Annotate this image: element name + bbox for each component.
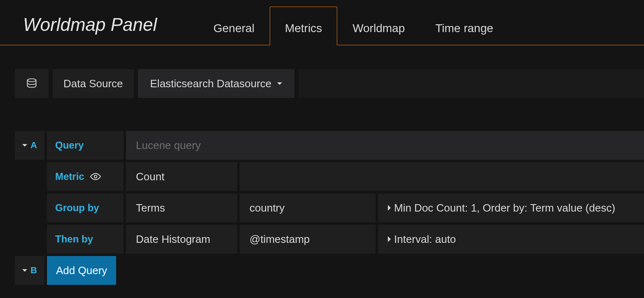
caret-down-icon xyxy=(22,144,27,147)
query-a-letter: A xyxy=(30,140,37,151)
datasource-select[interactable]: Elasticsearch Datasource xyxy=(138,69,295,98)
groupby-type[interactable]: Terms xyxy=(126,193,237,222)
caret-right-icon xyxy=(388,205,391,211)
tab-general[interactable]: General xyxy=(198,7,270,45)
caret-right-icon xyxy=(388,236,391,242)
editor-header: Worldmap Panel General Metrics Worldmap … xyxy=(0,0,644,45)
metric-label[interactable]: Metric xyxy=(47,162,124,191)
groupby-label: Group by xyxy=(47,193,124,222)
thenby-options[interactable]: Interval: auto xyxy=(378,225,644,254)
thenby-field[interactable]: @timestamp xyxy=(240,225,376,254)
caret-down-icon xyxy=(277,82,282,85)
thenby-type[interactable]: Date Histogram xyxy=(126,225,237,254)
query-b-toggle[interactable]: B xyxy=(15,256,44,285)
groupby-options[interactable]: Min Doc Count: 1, Order by: Term value (… xyxy=(378,193,644,222)
datasource-filler xyxy=(299,69,644,98)
datasource-icon-box[interactable] xyxy=(15,69,49,98)
query-a-toggle[interactable]: A xyxy=(15,131,44,160)
query-label: Query xyxy=(47,131,124,160)
tab-worldmap[interactable]: Worldmap xyxy=(337,7,420,45)
svg-point-1 xyxy=(94,175,97,178)
datasource-row: Data Source Elasticsearch Datasource xyxy=(15,69,644,98)
tab-timerange[interactable]: Time range xyxy=(420,7,509,45)
metric-value[interactable]: Count xyxy=(126,162,237,191)
thenby-label: Then by xyxy=(47,225,124,254)
lucene-query-input[interactable] xyxy=(126,131,644,160)
datasource-selected: Elasticsearch Datasource xyxy=(150,77,272,90)
groupby-field[interactable]: country xyxy=(240,193,376,222)
eye-icon xyxy=(90,171,101,182)
panel-title: Worldmap Panel xyxy=(23,14,157,45)
add-query-button[interactable]: Add Query xyxy=(47,256,116,285)
caret-down-icon xyxy=(22,269,27,272)
tab-metrics[interactable]: Metrics xyxy=(270,7,337,45)
metrics-content: Data Source Elasticsearch Datasource A Q… xyxy=(0,45,644,285)
tabs: General Metrics Worldmap Time range xyxy=(198,0,509,45)
query-a: A Query Metric Count Group by Terms coun… xyxy=(15,131,644,285)
datasource-label: Data Source xyxy=(53,69,134,98)
metric-filler xyxy=(240,162,644,191)
query-b-letter: B xyxy=(30,265,37,276)
svg-point-0 xyxy=(28,79,36,81)
database-icon xyxy=(26,78,37,89)
